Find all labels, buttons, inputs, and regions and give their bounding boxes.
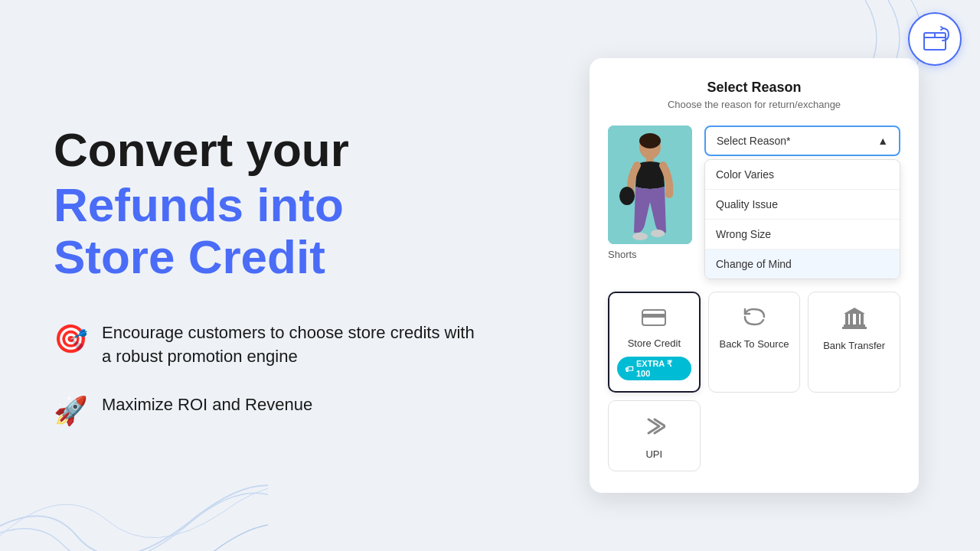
headline-section: Convert your Refunds into Store Credit bbox=[54, 124, 482, 284]
card-title: Select Reason bbox=[608, 80, 900, 96]
dropdown-item-quality-issue[interactable]: Quality Issue bbox=[705, 190, 900, 220]
svg-rect-13 bbox=[861, 314, 864, 324]
bank-transfer-icon bbox=[842, 306, 867, 332]
upi-label: UPI bbox=[645, 448, 662, 460]
svg-point-3 bbox=[639, 133, 661, 148]
product-image bbox=[608, 126, 692, 244]
back-to-source-icon bbox=[743, 306, 766, 331]
upi-icon bbox=[642, 415, 665, 441]
select-reason-box[interactable]: Select Reason* ▲ bbox=[704, 126, 900, 156]
product-row: Shorts Select Reason* ▲ Color Varies Qua… bbox=[608, 126, 900, 279]
svg-rect-15 bbox=[842, 327, 867, 329]
left-panel: Convert your Refunds into Store Credit 🎯… bbox=[0, 0, 536, 551]
features-list: 🎯 Encourage customers to choose store cr… bbox=[54, 321, 482, 427]
headline-line2: Refunds into bbox=[54, 179, 482, 231]
card-subtitle: Choose the reason for return/exchange bbox=[608, 99, 900, 110]
select-placeholder: Select Reason* bbox=[717, 135, 791, 147]
right-panel: Select Reason Choose the reason for retu… bbox=[590, 58, 919, 493]
promotion-icon: 🎯 bbox=[54, 323, 88, 355]
extra-badge-text: EXTRA ₹ 100 bbox=[636, 359, 684, 378]
extra-badge: 🏷 EXTRA ₹ 100 bbox=[617, 357, 691, 380]
empty-slot-1 bbox=[708, 400, 801, 471]
headline-line1: Convert your bbox=[54, 124, 482, 176]
svg-rect-14 bbox=[844, 324, 865, 327]
svg-point-5 bbox=[632, 233, 648, 240]
svg-rect-12 bbox=[856, 314, 859, 324]
tag-icon: 🏷 bbox=[625, 364, 633, 373]
feature-item-1: 🎯 Encourage customers to choose store cr… bbox=[54, 321, 482, 369]
bank-transfer-option[interactable]: Bank Transfer bbox=[808, 292, 900, 393]
chevron-up-icon: ▲ bbox=[877, 135, 888, 147]
svg-rect-11 bbox=[850, 314, 853, 324]
empty-slot-2 bbox=[808, 400, 900, 471]
bank-transfer-label: Bank Transfer bbox=[823, 340, 885, 351]
dropdown-menu: Color Varies Quality Issue Wrong Size Ch… bbox=[704, 159, 900, 279]
dropdown-item-wrong-size[interactable]: Wrong Size bbox=[705, 220, 900, 249]
logo-circle bbox=[908, 12, 962, 66]
logo-icon bbox=[918, 22, 952, 56]
svg-point-7 bbox=[619, 187, 635, 205]
back-to-source-label: Back To Source bbox=[720, 338, 789, 350]
roi-icon: 🚀 bbox=[54, 395, 88, 427]
upi-option[interactable]: UPI bbox=[608, 400, 701, 471]
headline-line3: Store Credit bbox=[54, 231, 482, 283]
card-header: Select Reason Choose the reason for retu… bbox=[608, 80, 900, 110]
svg-rect-9 bbox=[642, 314, 665, 318]
store-credit-label: Store Credit bbox=[628, 337, 681, 349]
store-credit-icon bbox=[642, 307, 666, 330]
refund-options-row2: UPI bbox=[608, 400, 900, 471]
dropdown-item-change-of-mind[interactable]: Change of Mind bbox=[705, 249, 900, 279]
feature-item-2: 🚀 Maximize ROI and Revenue bbox=[54, 393, 482, 427]
svg-rect-10 bbox=[845, 314, 848, 324]
back-to-source-option[interactable]: Back To Source bbox=[708, 292, 801, 393]
refund-options-grid: Store Credit 🏷 EXTRA ₹ 100 Back To Sourc… bbox=[608, 292, 900, 393]
product-label: Shorts bbox=[608, 249, 637, 260]
dropdown-item-color-varies[interactable]: Color Varies bbox=[705, 160, 900, 190]
store-credit-option[interactable]: Store Credit 🏷 EXTRA ₹ 100 bbox=[608, 292, 701, 393]
svg-point-6 bbox=[651, 230, 665, 237]
feature-text-2: Maximize ROI and Revenue bbox=[102, 393, 312, 417]
select-dropdown-area: Select Reason* ▲ Color Varies Quality Is… bbox=[704, 126, 900, 279]
feature-text-1: Encourage customers to choose store cred… bbox=[102, 321, 482, 369]
